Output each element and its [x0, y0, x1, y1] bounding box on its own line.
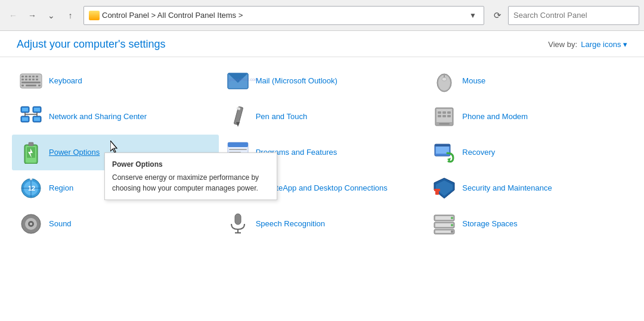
- view-by-link[interactable]: Large icons ▾: [581, 40, 627, 49]
- svg-rect-5: [36, 76, 38, 77]
- content-area: Adjust your computer's settings View by:…: [0, 31, 644, 321]
- sound-label: Sound: [49, 219, 72, 229]
- back-button[interactable]: ←: [5, 7, 21, 24]
- svg-rect-71: [447, 111, 451, 114]
- up-button[interactable]: ↑: [62, 7, 79, 24]
- speech-label: Speech Recognition: [256, 219, 325, 229]
- col-left: Keyboard: [12, 63, 219, 242]
- svg-rect-30: [29, 142, 33, 146]
- item-network[interactable]: Network and Sharing Center: [12, 99, 219, 135]
- network-label: Network and Sharing Center: [49, 112, 147, 122]
- storage-icon: [432, 212, 456, 236]
- svg-rect-9: [32, 79, 35, 80]
- svg-rect-2: [25, 76, 27, 77]
- svg-rect-68: [439, 123, 450, 124]
- header-bar: Adjust your computer's settings View by:…: [0, 31, 644, 57]
- item-security[interactable]: Security and Maintenance: [425, 170, 632, 206]
- power-label: Power Options: [49, 148, 100, 158]
- power-options-tooltip: Power Options Conserve energy or maximiz…: [104, 152, 277, 200]
- storage-label: Storage Spaces: [462, 219, 518, 229]
- svg-rect-12: [21, 85, 24, 86]
- mail-label: Mail (Microsoft Outlook): [256, 76, 338, 86]
- svg-rect-11: [21, 82, 41, 83]
- keyboard-label: Keyboard: [49, 76, 82, 86]
- svg-point-41: [30, 223, 32, 225]
- svg-point-89: [451, 217, 453, 219]
- items-area: Keyboard: [0, 57, 644, 321]
- item-recovery[interactable]: Recovery: [425, 135, 632, 170]
- col-right: Mouse: [425, 63, 632, 242]
- svg-rect-10: [36, 79, 38, 80]
- security-icon: [432, 176, 456, 200]
- page-title: Adjust your computer's settings: [17, 38, 166, 51]
- svg-rect-73: [442, 115, 446, 117]
- svg-rect-1: [21, 76, 24, 77]
- svg-rect-72: [438, 115, 441, 117]
- keyboard-icon: [19, 69, 43, 93]
- item-mail[interactable]: groovyPost.com Mail (Microsoft Outlook): [219, 63, 426, 99]
- svg-rect-16: [22, 108, 28, 111]
- tooltip-description: Conserve energy or maximize performance …: [112, 172, 270, 194]
- svg-rect-8: [29, 79, 31, 80]
- svg-rect-22: [34, 117, 40, 121]
- item-mouse[interactable]: Mouse: [425, 63, 632, 99]
- svg-rect-7: [25, 79, 27, 80]
- svg-rect-18: [34, 108, 40, 111]
- refresh-button[interactable]: ⟳: [489, 7, 506, 24]
- view-by-label: View by:: [548, 40, 577, 49]
- folder-icon: [89, 11, 100, 20]
- mouse-icon: [432, 69, 456, 93]
- phone-icon: [432, 105, 456, 129]
- item-phone[interactable]: Phone and Modem: [425, 99, 632, 135]
- svg-rect-70: [442, 111, 446, 114]
- svg-rect-3: [29, 76, 31, 77]
- forward-button[interactable]: →: [24, 7, 41, 24]
- power-icon: [19, 141, 43, 164]
- svg-rect-74: [447, 115, 451, 117]
- svg-rect-13: [26, 85, 36, 86]
- network-icon: [19, 105, 43, 129]
- svg-rect-86: [435, 223, 453, 227]
- svg-rect-50: [229, 149, 247, 150]
- speech-icon: [226, 212, 250, 236]
- titlebar: ← → ⌄ ↑ Control Panel > All Control Pane…: [0, 0, 644, 31]
- item-pen[interactable]: Pen and Touch: [219, 99, 426, 135]
- item-sound[interactable]: Sound: [12, 206, 219, 242]
- svg-rect-49: [228, 142, 248, 147]
- phone-label: Phone and Modem: [462, 112, 528, 122]
- svg-rect-77: [435, 144, 450, 147]
- svg-point-90: [451, 224, 453, 226]
- mouse-label: Mouse: [462, 76, 485, 86]
- svg-rect-88: [435, 230, 453, 233]
- security-label: Security and Maintenance: [462, 183, 552, 194]
- svg-point-91: [451, 230, 453, 233]
- svg-rect-69: [438, 111, 441, 114]
- svg-text:12: 12: [28, 185, 35, 192]
- recent-locations-button[interactable]: ⌄: [43, 7, 60, 24]
- pen-icon: [226, 105, 250, 129]
- tooltip-title: Power Options: [112, 159, 270, 170]
- mail-icon: groovyPost.com: [226, 69, 250, 93]
- svg-rect-14: [38, 85, 41, 86]
- svg-marker-31: [110, 141, 117, 152]
- svg-rect-4: [32, 76, 35, 77]
- item-power[interactable]: Power Options Power Options Conserve ene…: [12, 135, 219, 170]
- svg-rect-84: [435, 216, 453, 220]
- region-icon: 12: [19, 176, 43, 200]
- recovery-label: Recovery: [462, 148, 495, 158]
- item-storage[interactable]: Storage Spaces: [425, 206, 632, 242]
- svg-rect-82: [434, 189, 440, 191]
- svg-rect-59: [235, 214, 241, 225]
- view-by-control: View by: Large icons ▾: [548, 40, 627, 49]
- region-label: Region: [49, 183, 73, 194]
- address-dropdown-button[interactable]: ▼: [467, 10, 479, 21]
- item-speech[interactable]: Speech Recognition: [219, 206, 426, 242]
- address-path: Control Panel > All Control Panel Items …: [102, 11, 243, 20]
- item-keyboard[interactable]: Keyboard: [12, 63, 219, 99]
- svg-point-65: [442, 77, 447, 81]
- search-input[interactable]: [508, 6, 639, 25]
- pen-label: Pen and Touch: [256, 112, 308, 122]
- address-bar[interactable]: Control Panel > All Control Panel Items …: [83, 6, 484, 25]
- items-grid: Keyboard: [12, 63, 632, 242]
- sound-icon: [19, 212, 43, 236]
